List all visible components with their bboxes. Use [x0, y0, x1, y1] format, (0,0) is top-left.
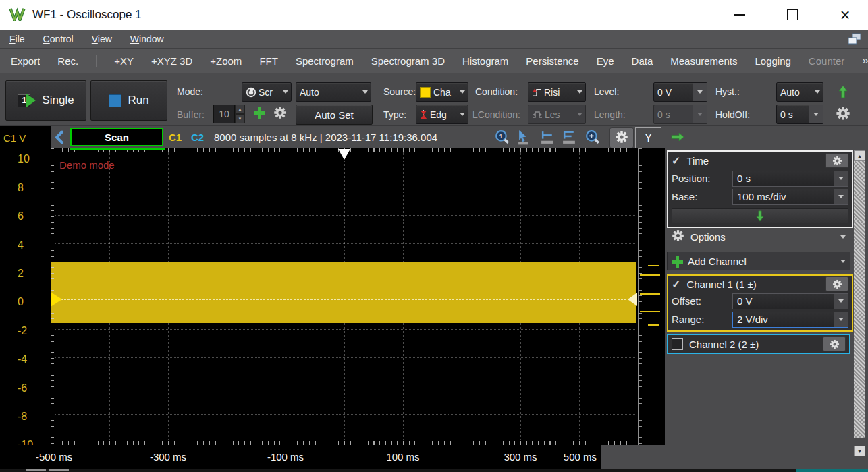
tab-persistence[interactable]: Persistence [526, 55, 578, 67]
edge-icon [420, 109, 428, 120]
tab-histogram[interactable]: Histogram [462, 55, 508, 67]
tab-eye[interactable]: Eye [597, 55, 614, 67]
mode-label: Mode: [177, 86, 203, 97]
channel1-check-icon[interactable]: ✓ [672, 278, 680, 291]
panel-scrollbar[interactable]: ▲ [854, 150, 865, 438]
time-position-slider[interactable] [672, 208, 848, 223]
c2-tag[interactable]: C2 [191, 131, 204, 143]
add-channel-row[interactable]: Add Channel [667, 252, 850, 270]
menu-control[interactable]: Control [43, 34, 74, 45]
dual-cursor-icon[interactable] [562, 129, 577, 148]
maximize-button[interactable] [783, 5, 802, 24]
buffer-gear-icon[interactable] [273, 106, 287, 122]
holdoff-label: HoldOff: [715, 109, 750, 120]
level-label: Level: [594, 86, 619, 97]
zoom-in-icon[interactable]: 1 [494, 129, 511, 148]
options-row[interactable]: Options [667, 227, 850, 246]
time-gear-button[interactable] [825, 153, 848, 168]
channel1-panel: ✓ Channel 1 (1 ±) Offset: 0 V Range: 2 V… [667, 274, 853, 332]
tab-export[interactable]: Export [11, 55, 40, 67]
channel1-offset-dropdown[interactable]: 0 V [732, 293, 848, 309]
add-channel-caret-icon [840, 260, 846, 263]
x-tick: -100 ms [267, 451, 304, 463]
trigger-up-arrow-icon[interactable] [838, 83, 848, 103]
tab-xy[interactable]: +XY [96, 55, 134, 67]
tab-measurements[interactable]: Measurements [670, 55, 737, 67]
c1-tag[interactable]: C1 [169, 131, 182, 143]
run-icon [109, 94, 121, 107]
y-axis-button[interactable]: Y [635, 127, 661, 148]
single-button[interactable]: 1 Single [5, 80, 86, 121]
run-button[interactable]: Run [90, 80, 167, 121]
pointer-tool-icon[interactable] [517, 129, 533, 148]
trigger-source-dropdown[interactable]: Cha [416, 82, 468, 102]
time-check-icon[interactable]: ✓ [672, 154, 680, 167]
autoset-button[interactable]: Auto Set [296, 105, 373, 125]
hyst-label: Hyst.: [715, 86, 740, 97]
rising-edge-icon [532, 87, 542, 98]
buffer-value: 10 [213, 105, 235, 123]
options-caret-icon [840, 235, 846, 239]
trigger-condition-dropdown[interactable]: Risi [528, 82, 586, 102]
zoom-fit-icon[interactable] [585, 129, 601, 148]
back-chevron-icon[interactable] [54, 129, 65, 148]
channel2-gear-button[interactable] [823, 336, 846, 351]
axis-corner-label: C1 V [0, 126, 51, 149]
window-title: WF1 - Oscilloscope 1 [32, 8, 142, 22]
tab-rec[interactable]: Rec. [57, 55, 78, 67]
settings-panel: ✓ Time Position: 0 s Base: 100 ms/div [665, 125, 868, 469]
time-base-dropdown[interactable]: 100 ms/div [732, 189, 848, 205]
cascade-windows-icon[interactable] [844, 31, 865, 47]
channel1-offset-marker-left[interactable] [51, 292, 62, 307]
close-button[interactable]: × [836, 5, 855, 24]
time-position-dropdown[interactable]: 0 s [732, 171, 848, 187]
trigger-level-marker[interactable] [640, 293, 660, 295]
scroll-up-icon[interactable]: ▲ [854, 150, 865, 161]
buffer-down-icon[interactable]: ▼ [235, 114, 245, 123]
tab-zoom[interactable]: +Zoom [210, 55, 242, 67]
lcondition-label: LCondition: [472, 109, 520, 120]
scan-status-bar: C1 V Scan C1 C2 8000 samples at 8 kHz | … [0, 125, 665, 148]
view-tab-bar: Export Rec. +XY +XYZ 3D +Zoom FFT Spectr… [0, 48, 868, 73]
menu-file[interactable]: File [9, 34, 25, 45]
channel1-offset-marker-right[interactable] [628, 293, 637, 306]
collapse-panel-icon[interactable] [670, 132, 686, 144]
tab-logging[interactable]: Logging [755, 55, 790, 67]
options-label: Options [690, 231, 726, 243]
trigger-mode-dropdown[interactable]: Auto [296, 82, 371, 102]
x-tick: -500 ms [36, 451, 72, 463]
scroll-down-icon[interactable]: ▼ [854, 446, 865, 456]
trigger-holdoff-dropdown[interactable]: 0 s [776, 105, 823, 124]
menu-view[interactable]: View [92, 34, 112, 45]
tab-data[interactable]: Data [632, 55, 653, 67]
menu-window[interactable]: Window [130, 34, 164, 45]
zero-level-line [51, 299, 636, 300]
horizontal-cursor-icon[interactable] [540, 129, 555, 148]
tab-spectrogram[interactable]: Spectrogram [296, 55, 354, 67]
minimize-button[interactable] [730, 5, 749, 24]
tab-spectrogram3d[interactable]: Spectrogram 3D [371, 55, 445, 67]
trigger-type-dropdown[interactable]: Edg [416, 105, 468, 124]
trigger-position-marker[interactable] [338, 149, 350, 160]
channel2-checkbox[interactable] [672, 338, 683, 350]
tab-xyz3d[interactable]: +XYZ 3D [151, 55, 192, 67]
y-tick: 4 [18, 239, 24, 252]
buffer-spinner[interactable]: 10 ▲▼ [213, 105, 245, 123]
channel1-gear-button[interactable] [825, 276, 848, 291]
y-tick: 8 [18, 182, 24, 194]
trigger-level-dropdown[interactable]: 0 V [653, 82, 707, 102]
channel1-range-dropdown[interactable]: 2 V/div [732, 312, 848, 328]
trigger-gear-icon[interactable] [836, 106, 850, 123]
tab-fft[interactable]: FFT [259, 55, 278, 67]
trigger-mode-source-dropdown[interactable]: Scr [242, 82, 292, 102]
buffer-label: Buffer: [177, 109, 205, 120]
channel2-title: Channel 2 (2 ±) [689, 338, 759, 350]
channel2-panel: Channel 2 (2 ±) [667, 334, 850, 354]
green-down-arrow-icon [756, 210, 764, 222]
buffer-up-icon[interactable]: ▲ [235, 105, 245, 114]
trigger-hyst-dropdown[interactable]: Auto [776, 82, 823, 102]
tab-overflow-chevron[interactable]: » [862, 54, 868, 67]
plot-settings-button[interactable] [609, 127, 634, 148]
add-channel-label: Add Channel [688, 256, 747, 267]
waveform-plot[interactable]: Demo mode [51, 148, 638, 445]
